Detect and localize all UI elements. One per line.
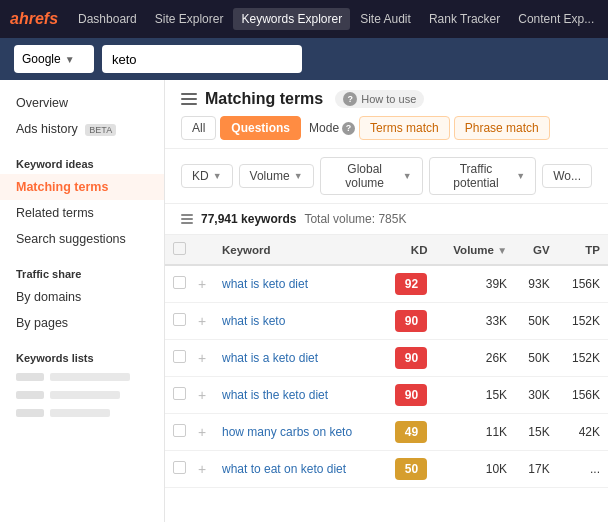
col-tp[interactable]: TP xyxy=(558,235,608,265)
row-tp: 152K xyxy=(558,340,608,377)
sidebar-section-traffic-share: Traffic share xyxy=(0,258,164,284)
row-volume: 10K xyxy=(435,451,515,488)
filter-wo[interactable]: Wo... xyxy=(542,164,592,188)
row-gv: 50K xyxy=(515,303,558,340)
row-checkbox[interactable] xyxy=(165,414,194,451)
column-filters: KD ▼ Volume ▼ Global volume ▼ Traffic po… xyxy=(165,149,608,204)
row-gv: 15K xyxy=(515,414,558,451)
tab-questions[interactable]: Questions xyxy=(220,116,301,140)
tab-phrase-match[interactable]: Phrase match xyxy=(454,116,550,140)
row-checkbox[interactable] xyxy=(165,340,194,377)
sidebar-list-item-2[interactable] xyxy=(0,386,164,404)
chevron-down-icon: ▼ xyxy=(213,171,222,181)
tab-terms-match[interactable]: Terms match xyxy=(359,116,450,140)
filter-traffic-potential[interactable]: Traffic potential ▼ xyxy=(429,157,536,195)
row-add-btn[interactable]: + xyxy=(194,414,214,451)
sidebar-item-ads-history[interactable]: Ads history BETA xyxy=(0,116,164,142)
row-tp: 152K xyxy=(558,303,608,340)
sidebar-item-overview[interactable]: Overview xyxy=(0,90,164,116)
sidebar-item-related-terms[interactable]: Related terms xyxy=(0,200,164,226)
row-add-btn[interactable]: + xyxy=(194,303,214,340)
filter-volume[interactable]: Volume ▼ xyxy=(239,164,314,188)
content-header: Matching terms ? How to use All Question… xyxy=(165,80,608,149)
search-engine-selector[interactable]: Google ▼ xyxy=(14,45,94,73)
row-keyword[interactable]: what to eat on keto diet xyxy=(214,451,381,488)
sidebar-item-matching-terms[interactable]: Matching terms xyxy=(0,174,164,200)
row-keyword[interactable]: what is keto xyxy=(214,303,381,340)
nav-item-dashboard[interactable]: Dashboard xyxy=(70,8,145,30)
row-volume: 11K xyxy=(435,414,515,451)
results-count: 77,941 keywords xyxy=(201,212,296,226)
nav-item-rank-tracker[interactable]: Rank Tracker xyxy=(421,8,508,30)
help-button[interactable]: ? How to use xyxy=(335,90,424,108)
row-checkbox[interactable] xyxy=(165,265,194,303)
row-checkbox[interactable] xyxy=(165,303,194,340)
table-wrapper: Keyword KD Volume ▼ GV TP + what is keto… xyxy=(165,235,608,522)
row-add-btn[interactable]: + xyxy=(194,377,214,414)
row-keyword[interactable]: what is the keto diet xyxy=(214,377,381,414)
sidebar-item-by-domains[interactable]: By domains xyxy=(0,284,164,310)
page-title: Matching terms xyxy=(205,90,323,108)
sidebar-item-search-suggestions[interactable]: Search suggestions xyxy=(0,226,164,252)
mode-label: Mode ? xyxy=(309,121,355,135)
chevron-down-icon: ▼ xyxy=(516,171,525,181)
row-keyword[interactable]: what is keto diet xyxy=(214,265,381,303)
row-kd: 49 xyxy=(381,414,436,451)
row-tp: ... xyxy=(558,451,608,488)
col-checkbox xyxy=(165,235,194,265)
row-volume: 15K xyxy=(435,377,515,414)
tab-all[interactable]: All xyxy=(181,116,216,140)
nav-item-content-exp[interactable]: Content Exp... xyxy=(510,8,602,30)
hamburger-small-icon xyxy=(181,214,193,224)
row-add-btn[interactable]: + xyxy=(194,265,214,303)
nav-item-site-audit[interactable]: Site Audit xyxy=(352,8,419,30)
content-title-row: Matching terms ? How to use xyxy=(181,90,592,108)
sidebar-item-by-pages[interactable]: By pages xyxy=(0,310,164,336)
hamburger-icon[interactable] xyxy=(181,93,197,105)
chevron-down-icon: ▼ xyxy=(403,171,412,181)
sidebar-list-item-1[interactable] xyxy=(0,368,164,386)
filter-tabs: All Questions Mode ? Terms match Phrase … xyxy=(181,116,592,140)
results-total-volume: Total volume: 785K xyxy=(304,212,406,226)
nav-item-site-explorer[interactable]: Site Explorer xyxy=(147,8,232,30)
col-volume[interactable]: Volume ▼ xyxy=(435,235,515,265)
row-gv: 93K xyxy=(515,265,558,303)
top-nav: ahrefs Dashboard Site Explorer Keywords … xyxy=(0,0,608,38)
ads-history-badge: BETA xyxy=(85,124,116,136)
search-input[interactable] xyxy=(102,45,302,73)
sidebar-section-keyword-ideas: Keyword ideas xyxy=(0,148,164,174)
logo: ahrefs xyxy=(10,10,58,28)
mode-help-icon: ? xyxy=(342,122,355,135)
engine-label: Google xyxy=(22,52,61,66)
sidebar-list-item-3[interactable] xyxy=(0,404,164,422)
filter-kd[interactable]: KD ▼ xyxy=(181,164,233,188)
row-add-btn[interactable]: + xyxy=(194,451,214,488)
row-tp: 42K xyxy=(558,414,608,451)
question-icon: ? xyxy=(343,92,357,106)
main-layout: Overview Ads history BETA Keyword ideas … xyxy=(0,80,608,522)
sidebar-section-keywords-lists: Keywords lists xyxy=(0,342,164,368)
results-summary: 77,941 keywords Total volume: 785K xyxy=(165,204,608,235)
table-row: + what is keto diet 92 39K 93K 156K xyxy=(165,265,608,303)
nav-item-keywords-explorer[interactable]: Keywords Explorer xyxy=(233,8,350,30)
table-row: + what is keto 90 33K 50K 152K xyxy=(165,303,608,340)
sidebar: Overview Ads history BETA Keyword ideas … xyxy=(0,80,165,522)
row-gv: 50K xyxy=(515,340,558,377)
row-checkbox[interactable] xyxy=(165,451,194,488)
col-gv[interactable]: GV xyxy=(515,235,558,265)
row-kd: 90 xyxy=(381,303,436,340)
row-kd: 90 xyxy=(381,340,436,377)
row-keyword[interactable]: what is a keto diet xyxy=(214,340,381,377)
row-tp: 156K xyxy=(558,265,608,303)
col-keyword: Keyword xyxy=(214,235,381,265)
row-add-btn[interactable]: + xyxy=(194,340,214,377)
row-volume: 39K xyxy=(435,265,515,303)
row-checkbox[interactable] xyxy=(165,377,194,414)
col-kd[interactable]: KD xyxy=(381,235,436,265)
row-keyword[interactable]: how many carbs on keto xyxy=(214,414,381,451)
filter-global-volume[interactable]: Global volume ▼ xyxy=(320,157,423,195)
content-area: Matching terms ? How to use All Question… xyxy=(165,80,608,522)
row-gv: 30K xyxy=(515,377,558,414)
row-volume: 33K xyxy=(435,303,515,340)
row-volume: 26K xyxy=(435,340,515,377)
